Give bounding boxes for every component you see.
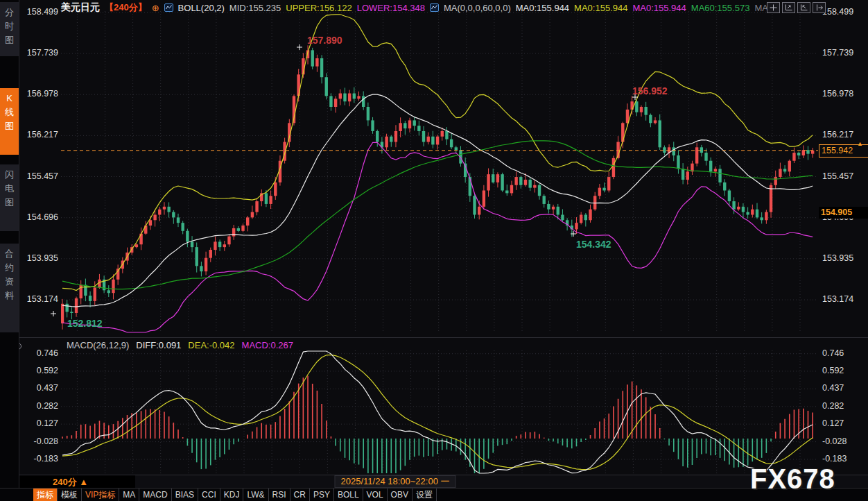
price-tick-label-left: 157.739	[21, 48, 58, 58]
zoom-range-in-icon[interactable]	[782, 2, 795, 13]
boll-indicator-icon[interactable]	[164, 3, 173, 12]
sidebar-tab-contract-info[interactable]: 合约资料	[0, 244, 19, 332]
price-tick-label-right: 156.217	[822, 130, 853, 139]
ma0-value-white: MA0:155.944	[516, 3, 569, 13]
hovered-bar-datetime: 2025/11/24 18:00~22:00 一	[335, 475, 456, 488]
boll-upper-value: UPPER:156.122	[286, 3, 351, 13]
ma60-value: MA60:155.573	[691, 3, 750, 13]
toolbar-tab-rsi[interactable]: RSI	[269, 489, 290, 501]
toolbar-tab-obv[interactable]: OBV	[388, 489, 413, 501]
price-annotation-high: 157.890	[307, 35, 342, 46]
macd-tick-label-left: 0.592	[21, 366, 58, 375]
price-tick-label-right: 153.935	[822, 253, 853, 263]
macd-tick-label-right: 0.437	[822, 383, 844, 393]
boll-mid-value: MID:155.235	[229, 3, 281, 13]
price-tick-label-left: 153.174	[21, 294, 58, 304]
macd-value: MACD:0.267	[242, 340, 293, 350]
toolbar-tab-psy[interactable]: PSY	[310, 489, 334, 501]
macd-tick-label-right: 0.127	[822, 418, 844, 428]
ma0-value-magenta: MA0:155.944	[632, 3, 686, 13]
toolbar-tab-ma[interactable]: MA	[119, 489, 139, 501]
toolbar-tab-lwr[interactable]: LW&	[243, 489, 268, 501]
macd-tick-label-left: 0.746	[21, 348, 58, 358]
sidebar-tab-label: 合约资料	[5, 244, 15, 332]
toolbar-tab-template[interactable]: 模板	[58, 489, 82, 501]
period-badge: 【240分】	[105, 1, 147, 14]
macd-tick-label-right: 0.592	[822, 366, 844, 375]
boll-lower-value: LOWER:154.348	[357, 3, 425, 13]
chart-canvas[interactable]	[0, 0, 868, 501]
price-tick-label-right: 156.978	[822, 89, 853, 99]
macd-tick-label-left: -0.183	[21, 454, 58, 464]
toolbar-tab-vol[interactable]: VOL	[363, 489, 388, 501]
latest-price-marker-icon[interactable]: ▲	[857, 140, 863, 147]
sidebar: 分时图 K线图 闪电图 合约资料	[0, 0, 19, 488]
macd-tick-label-right: -0.028	[822, 436, 847, 446]
zoom-range-out-icon[interactable]	[797, 2, 810, 13]
macd-tick-label-right: 0.282	[822, 401, 844, 411]
x-axis-row: 240分 ▲ 2025/11/24 18:00~22:00 一	[0, 475, 868, 488]
macd-tick-label-right: -0.183	[822, 454, 847, 464]
watermark: FX678	[750, 464, 835, 495]
sidebar-tab-timeline[interactable]: 分时图	[0, 2, 19, 56]
toolbar-tab-settings[interactable]: 设置	[413, 489, 437, 501]
macd-diff-value: DIFF:0.091	[136, 340, 181, 350]
price-tick-label-right: 153.174	[822, 294, 853, 304]
macd-dea-value: DEA:-0.042	[188, 340, 234, 350]
price-tick-label-left: 155.457	[21, 171, 58, 181]
macd-tick-label-left: 0.127	[21, 418, 58, 428]
macd-tick-label-right: 0.746	[822, 348, 844, 358]
price-tick-label-right: 157.739	[822, 48, 853, 58]
boll-label: BOLL(20,2)	[178, 3, 225, 13]
sidebar-tab-label: K线图	[5, 88, 15, 155]
ma0-value-yellow: MA0:155.944	[574, 3, 627, 13]
toolbar-tab-cr[interactable]: CR	[290, 489, 310, 501]
macd-tick-label-left: 0.437	[21, 383, 58, 393]
toolbar-tab-cci[interactable]: CCI	[198, 489, 220, 501]
crosshair-icon[interactable]	[767, 2, 780, 13]
toolbar-tab-indicator[interactable]: 指标	[33, 489, 58, 501]
price-annotation-low: 154.342	[576, 239, 611, 250]
toolbar-tab-kdj[interactable]: KDJ	[220, 489, 244, 501]
price-tick-label-left: 156.978	[21, 89, 58, 99]
price-tick-label-right: 155.457	[822, 171, 853, 181]
macd-tick-label-left: -0.028	[21, 436, 58, 446]
price-tick-label-left: 153.935	[21, 253, 58, 263]
price-tick-label-right: 158.499	[822, 7, 853, 17]
sidebar-tab-label: 分时图	[5, 2, 15, 56]
toolbar-tab-macd[interactable]: MACD	[139, 489, 171, 501]
price-annotation-high: 156.952	[632, 85, 668, 96]
sidebar-tab-kline[interactable]: K线图	[0, 88, 19, 155]
period-selector[interactable]: 240分 ▲	[53, 476, 88, 489]
sidebar-tab-label: 闪电图	[5, 164, 15, 231]
trading-app-window: 分时图 K线图 闪电图 合约资料 美元日元 【240分】 ⊕ BOLL(20,2…	[0, 0, 868, 501]
ma-indicator-icon[interactable]	[430, 3, 439, 12]
toolbar-tab-bias[interactable]: BIAS	[172, 489, 198, 501]
price-tick-label-left: 158.499	[21, 7, 58, 17]
cost-price-label: 154.905	[819, 207, 868, 219]
ma-params-label: MA(0,0,0,60,0,0)	[444, 3, 511, 13]
sidebar-tab-flash[interactable]: 闪电图	[0, 164, 19, 231]
indicator-toolbar: 指标 模板 VIP指标 MA MACD BIAS CCI KDJ LW& RSI…	[0, 488, 868, 501]
toolbar-tab-vip-indicator[interactable]: VIP指标	[82, 489, 119, 501]
chart-header: 美元日元 【240分】 ⊕ BOLL(20,2) MID:155.235 UPP…	[61, 1, 776, 14]
macd-header: MACD(26,12,9) DIFF:0.091 DEA:-0.042 MACD…	[67, 340, 293, 350]
pan-right-icon[interactable]	[813, 2, 826, 13]
price-tick-label-left: 156.217	[21, 130, 58, 139]
macd-tick-label-left: 0.282	[21, 401, 58, 411]
symbol-title: 美元日元	[61, 1, 100, 14]
chart-tools	[767, 2, 826, 13]
price-tick-label-left: 154.696	[21, 212, 58, 222]
link-icon[interactable]: ⊕	[152, 3, 159, 12]
macd-params-label: MACD(26,12,9)	[67, 340, 129, 350]
toolbar-tab-boll[interactable]: BOLL	[334, 489, 363, 501]
price-annotation-low: 152.812	[67, 318, 103, 329]
candlestick-macd-chart[interactable]	[0, 0, 868, 501]
